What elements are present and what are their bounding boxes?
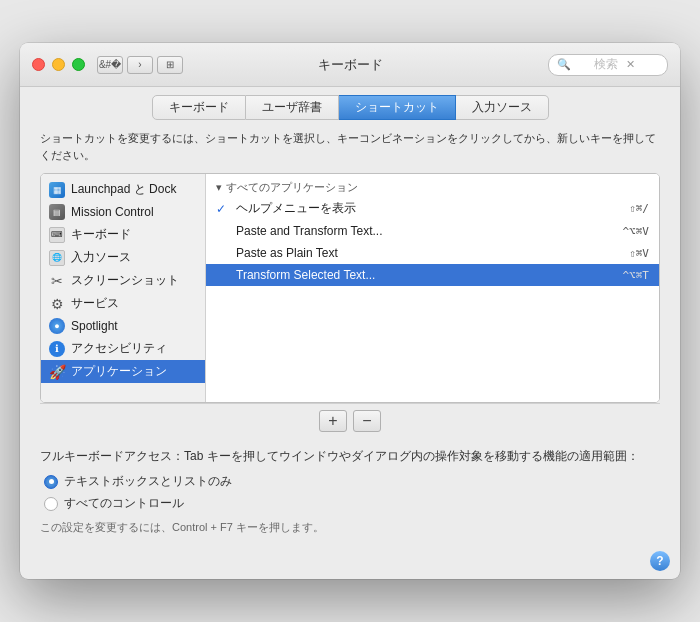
radio-group: テキストボックスとリストのみ すべてのコントロール [44, 473, 660, 512]
radio-text-list-indicator [44, 475, 58, 489]
key-transform-selected: ^⌥⌘T [623, 269, 650, 282]
maximize-button[interactable] [72, 58, 85, 71]
key-paste-transform: ^⌥⌘V [623, 225, 650, 238]
window-title: キーボード [318, 56, 383, 74]
launchpad-icon: ▦ [49, 182, 65, 198]
nav-buttons: &#� › [97, 56, 153, 74]
screenshot-icon: ✂ [49, 273, 65, 289]
group-header: ▾すべてのアプリケーション [206, 174, 659, 197]
tab-shortcuts[interactable]: ショートカット [339, 95, 456, 120]
sidebar-label-input: 入力ソース [71, 249, 131, 266]
minimize-button[interactable] [52, 58, 65, 71]
radio-all-controls-label: すべてのコントロール [64, 495, 184, 512]
tab-keyboard[interactable]: キーボード [152, 95, 246, 120]
label-paste-plain: Paste as Plain Text [236, 246, 629, 260]
sidebar-item-accessibility[interactable]: ℹ アクセシビリティ [41, 337, 205, 360]
shortcut-row-paste-plain[interactable]: Paste as Plain Text ⇧⌘V [206, 242, 659, 264]
description-text: ショートカットを変更するには、ショートカットを選択し、キーコンビネーションをクリ… [20, 126, 680, 173]
sidebar-label-screenshot: スクリーンショット [71, 272, 179, 289]
sidebar-item-input[interactable]: 🌐 入力ソース [41, 246, 205, 269]
sidebar-item-launchpad[interactable]: ▦ Launchpad と Dock [41, 178, 205, 201]
grid-button[interactable]: ⊞ [157, 56, 183, 74]
service-icon: ⚙ [49, 296, 65, 312]
label-help-menu: ヘルプメニューを表示 [236, 200, 629, 217]
sidebar-label-apps: アプリケーション [71, 363, 167, 380]
input-icon: 🌐 [49, 250, 65, 266]
key-paste-plain: ⇧⌘V [629, 247, 649, 260]
radio-item-all-controls[interactable]: すべてのコントロール [44, 495, 660, 512]
radio-text-list-label: テキストボックスとリストのみ [64, 473, 232, 490]
sidebar-label-launchpad: Launchpad と Dock [71, 181, 176, 198]
fullkey-label: フルキーボードアクセス：Tab キーを押してウインドウやダイアログ内の操作対象を… [40, 448, 660, 465]
panel-footer: + − [40, 403, 660, 438]
label-paste-transform: Paste and Transform Text... [236, 224, 623, 238]
apps-icon: 🚀 [49, 364, 65, 380]
spotlight-icon: ● [49, 318, 65, 334]
content-area: ▦ Launchpad と Dock ▤ Mission Control ⌨ キ… [40, 173, 660, 403]
search-clear-icon[interactable]: ✕ [626, 58, 659, 71]
sidebar-item-apps[interactable]: 🚀 アプリケーション [41, 360, 205, 383]
titlebar: &#� › ⊞ キーボード 🔍 検索 ✕ [20, 43, 680, 87]
remove-shortcut-button[interactable]: − [353, 410, 381, 432]
tab-input-source[interactable]: 入力ソース [456, 95, 549, 120]
mission-icon: ▤ [49, 204, 65, 220]
radio-all-controls-indicator [44, 497, 58, 511]
traffic-lights [32, 58, 85, 71]
sidebar-label-spotlight: Spotlight [71, 319, 118, 333]
add-shortcut-button[interactable]: + [319, 410, 347, 432]
bottom-section: フルキーボードアクセス：Tab キーを押してウインドウやダイアログ内の操作対象を… [20, 438, 680, 547]
forward-button[interactable]: › [127, 56, 153, 74]
sidebar-item-screenshot[interactable]: ✂ スクリーンショット [41, 269, 205, 292]
help-button-row: ? [20, 547, 680, 579]
tab-user-dict[interactable]: ユーザ辞書 [246, 95, 339, 120]
tabs-bar: キーボード ユーザ辞書 ショートカット 入力ソース [20, 87, 680, 126]
check-help-menu[interactable]: ✓ [216, 202, 236, 216]
sidebar-item-spotlight[interactable]: ● Spotlight [41, 315, 205, 337]
sidebar-item-services[interactable]: ⚙ サービス [41, 292, 205, 315]
close-button[interactable] [32, 58, 45, 71]
radio-item-text-list[interactable]: テキストボックスとリストのみ [44, 473, 660, 490]
sidebar-label-keyboard: キーボード [71, 226, 131, 243]
key-help-menu: ⇧⌘/ [629, 202, 649, 215]
back-button[interactable]: &#� [97, 56, 123, 74]
search-placeholder: 検索 [594, 56, 627, 73]
accessibility-icon: ℹ [49, 341, 65, 357]
label-transform-selected: Transform Selected Text... [236, 268, 623, 282]
control-hint: この設定を変更するには、Control + F7 キーを押します。 [40, 520, 660, 535]
main-panel: ▾すべてのアプリケーション ✓ ヘルプメニューを表示 ⇧⌘/ Paste and… [206, 174, 659, 402]
sidebar-item-keyboard[interactable]: ⌨ キーボード [41, 223, 205, 246]
sidebar-label-services: サービス [71, 295, 119, 312]
sidebar-label-mission: Mission Control [71, 205, 154, 219]
shortcut-row-help-menu[interactable]: ✓ ヘルプメニューを表示 ⇧⌘/ [206, 197, 659, 220]
shortcut-row-paste-transform[interactable]: Paste and Transform Text... ^⌥⌘V [206, 220, 659, 242]
keyboard-preferences-window: &#� › ⊞ キーボード 🔍 検索 ✕ キーボード ユーザ辞書 ショートカット… [20, 43, 680, 579]
keyboard-icon: ⌨ [49, 227, 65, 243]
sidebar-item-mission[interactable]: ▤ Mission Control [41, 201, 205, 223]
sidebar-label-accessibility: アクセシビリティ [71, 340, 167, 357]
shortcut-row-transform-selected[interactable]: Transform Selected Text... ^⌥⌘T [206, 264, 659, 286]
help-button[interactable]: ? [650, 551, 670, 571]
search-box[interactable]: 🔍 検索 ✕ [548, 54, 668, 76]
sidebar: ▦ Launchpad と Dock ▤ Mission Control ⌨ キ… [41, 174, 206, 402]
